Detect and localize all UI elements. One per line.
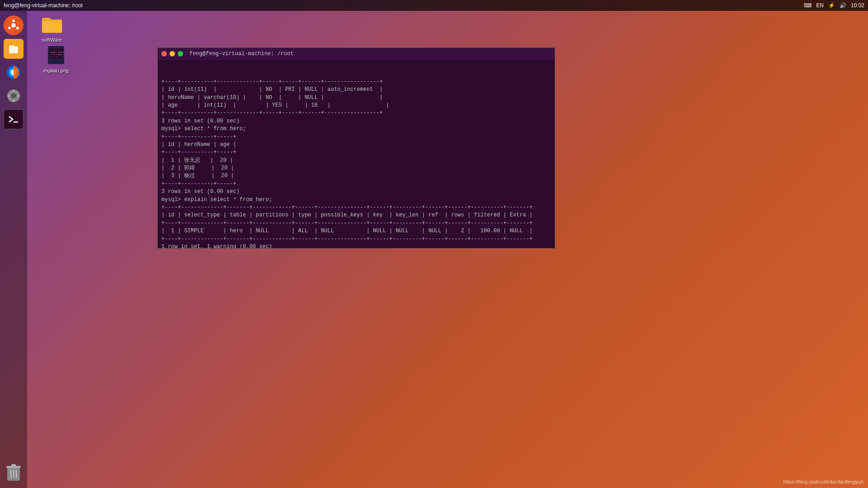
ubuntu-svg	[7, 19, 20, 32]
terminal-line: 3 rows in set (0.00 sec)	[161, 188, 551, 196]
terminal-line: +----+----------+-----+	[161, 149, 551, 156]
url-text: https://blog.csdn.net/dandanfengyun	[783, 479, 863, 484]
terminal-line: +----+-------------+-------+------------…	[161, 235, 551, 243]
svg-rect-19	[11, 464, 16, 466]
explain-label: explain.png	[43, 68, 69, 73]
terminal-line: mysql> select * from hero;	[161, 125, 551, 133]
svg-point-4	[16, 27, 19, 29]
firefox-svg	[5, 64, 22, 80]
svg-point-2	[12, 19, 15, 22]
terminal-minimize-btn[interactable]	[170, 51, 175, 56]
terminal-titlebar: feng@feng-virtual-machine: /root	[158, 48, 555, 60]
topbar-title: feng@feng-virtual-machine: /root	[4, 2, 83, 9]
terminal-line: +----+-------------+-------+------------…	[161, 220, 551, 227]
terminal-line: | 3 | 杨过 | 20 |	[161, 172, 551, 180]
ubuntu-dock-icon[interactable]	[4, 15, 24, 35]
folder-icon-img	[41, 14, 63, 35]
image-file-svg: mysql> select | id | hero | +----+------…	[46, 45, 66, 65]
language-icon[interactable]: EN	[816, 2, 824, 9]
terminal-line: | 1 | SIMPLE | hero | NULL | ALL | NULL …	[161, 227, 551, 235]
svg-point-3	[8, 27, 11, 29]
svg-rect-13	[13, 99, 14, 102]
terminal-line: | id | select_type | table | partitions …	[161, 211, 551, 219]
url-bar: https://blog.csdn.net/dandanfengyun	[783, 479, 863, 484]
terminal-line: mysql> explain select * from hero;	[161, 196, 551, 204]
terminal-line: | id | heroName | age |	[161, 141, 551, 149]
terminal-line: | heroName | varchar(10) | | NO | | NULL…	[161, 94, 551, 102]
svg-point-1	[11, 23, 16, 28]
svg-rect-6	[9, 45, 14, 47]
svg-rect-5	[9, 46, 18, 53]
terminal-line: 1 row in set, 1 warning (0.00 sec)	[161, 243, 551, 248]
files-dock-icon[interactable]	[4, 39, 24, 59]
clock: 10:02	[851, 2, 864, 9]
dock	[0, 11, 27, 488]
explain-desktop-icon[interactable]: mysql> select | id | hero | +----+------…	[38, 44, 74, 73]
trash-svg	[5, 464, 22, 482]
trash-icon[interactable]	[5, 464, 22, 483]
svg-text:+----+------+: +----+------+	[50, 56, 65, 58]
topbar: feng@feng-virtual-machine: /root ⌨ EN ⚡ …	[0, 0, 868, 11]
software-label: softWare	[42, 37, 62, 42]
software-desktop-icon[interactable]: softWare	[34, 14, 70, 42]
volume-icon[interactable]: 🔊	[840, 2, 846, 9]
terminal-line: +----+-------------+-------+------------…	[161, 204, 551, 211]
terminal-window: feng@feng-virtual-machine: /root +----+-…	[157, 47, 555, 249]
svg-rect-15	[17, 95, 20, 97]
terminal-line: +----+----------+-------------+-----+---…	[161, 109, 551, 117]
svg-rect-12	[13, 89, 14, 92]
terminal-line: +----+----------+-----+	[161, 133, 551, 141]
settings-dock-icon[interactable]	[4, 86, 24, 106]
bluetooth-icon[interactable]: ⚡	[828, 2, 835, 9]
terminal-title: feng@feng-virtual-machine: /root	[189, 51, 293, 57]
firefox-dock-icon[interactable]	[4, 62, 24, 82]
settings-svg	[6, 89, 21, 103]
terminal-svg	[7, 114, 20, 125]
folder-svg	[41, 14, 63, 34]
terminal-line: 3 rows in set (0.00 sec)	[161, 117, 551, 125]
terminal-line: | age | int(11) | | YES | | 18 | |	[161, 102, 551, 109]
terminal-line: +----+----------+-----+	[161, 180, 551, 188]
files-svg	[7, 42, 20, 55]
svg-rect-14	[7, 95, 10, 97]
keyboard-icon[interactable]: ⌨	[804, 2, 811, 9]
terminal-close-btn[interactable]	[161, 51, 167, 56]
svg-point-11	[11, 93, 16, 99]
explain-icon-img: mysql> select | id | hero | +----+------…	[45, 44, 67, 66]
terminal-line: +----+----------+-------------+-----+---…	[161, 78, 551, 86]
terminal-dock-icon[interactable]	[4, 109, 24, 129]
terminal-content[interactable]: +----+----------+-------------+-----+---…	[158, 60, 555, 248]
terminal-maximize-btn[interactable]	[178, 51, 183, 56]
terminal-line: | id | int(11) | | NO | PRI | NULL | aut…	[161, 86, 551, 94]
topbar-left: feng@feng-virtual-machine: /root	[4, 2, 83, 9]
topbar-right: ⌨ EN ⚡ 🔊 10:02	[804, 2, 864, 9]
terminal-line: | 1 | 张无忌 | 20 |	[161, 157, 551, 164]
terminal-line: | 2 | 郭靖 | 20 |	[161, 164, 551, 172]
